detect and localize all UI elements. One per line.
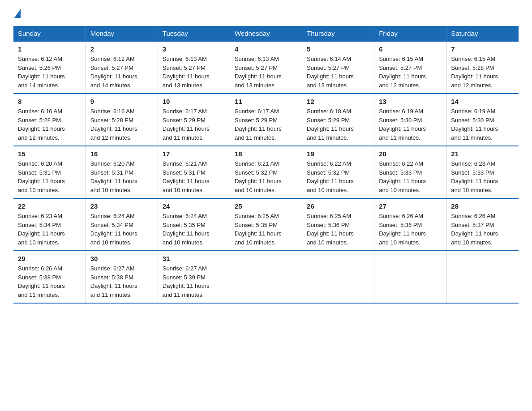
day-number: 23 [90,202,153,210]
day-number: 4 [235,45,297,53]
calendar-cell: 1Sunrise: 6:12 AMSunset: 5:26 PMDaylight… [13,41,86,94]
calendar-cell: 3Sunrise: 6:13 AMSunset: 5:27 PMDaylight… [158,41,230,94]
day-number: 29 [18,255,81,262]
calendar-cell: 20Sunrise: 6:22 AMSunset: 5:33 PMDayligh… [374,146,446,198]
calendar-cell: 6Sunrise: 6:15 AMSunset: 5:27 PMDaylight… [374,41,446,94]
calendar-cell: 7Sunrise: 6:15 AMSunset: 5:28 PMDaylight… [446,41,519,94]
calendar-week-3: 15Sunrise: 6:20 AMSunset: 5:31 PMDayligh… [13,146,519,198]
calendar-cell: 18Sunrise: 6:21 AMSunset: 5:32 PMDayligh… [230,146,302,198]
calendar-cell: 31Sunrise: 6:27 AMSunset: 5:39 PMDayligh… [158,251,230,303]
day-info: Sunrise: 6:12 AMSunset: 5:26 PMDaylight:… [18,55,81,90]
day-info: Sunrise: 6:15 AMSunset: 5:27 PMDaylight:… [379,55,442,90]
calendar-cell: 29Sunrise: 6:26 AMSunset: 5:38 PMDayligh… [13,251,86,303]
day-info: Sunrise: 6:17 AMSunset: 5:29 PMDaylight:… [235,107,297,142]
day-number: 6 [379,45,442,53]
calendar-cell [302,251,374,303]
column-header-monday: Monday [86,26,158,41]
calendar-cell: 16Sunrise: 6:20 AMSunset: 5:31 PMDayligh… [86,146,158,198]
day-info: Sunrise: 6:26 AMSunset: 5:36 PMDaylight:… [379,212,442,247]
day-number: 5 [307,45,369,53]
day-info: Sunrise: 6:19 AMSunset: 5:30 PMDaylight:… [451,107,514,142]
day-number: 1 [18,45,81,53]
day-number: 28 [451,202,514,210]
day-number: 27 [379,202,442,210]
day-info: Sunrise: 6:23 AMSunset: 5:33 PMDaylight:… [451,159,514,194]
day-number: 24 [163,202,225,210]
calendar-cell: 17Sunrise: 6:21 AMSunset: 5:31 PMDayligh… [158,146,230,198]
day-info: Sunrise: 6:23 AMSunset: 5:34 PMDaylight:… [18,212,81,247]
day-number: 3 [163,45,225,53]
calendar-cell: 8Sunrise: 6:16 AMSunset: 5:28 PMDaylight… [13,94,86,146]
calendar-week-1: 1Sunrise: 6:12 AMSunset: 5:26 PMDaylight… [13,41,519,94]
day-info: Sunrise: 6:16 AMSunset: 5:28 PMDaylight:… [18,107,81,142]
calendar-week-2: 8Sunrise: 6:16 AMSunset: 5:28 PMDaylight… [13,94,519,146]
day-info: Sunrise: 6:27 AMSunset: 5:39 PMDaylight:… [163,264,225,299]
calendar-cell: 4Sunrise: 6:13 AMSunset: 5:27 PMDaylight… [230,41,302,94]
day-info: Sunrise: 6:12 AMSunset: 5:27 PMDaylight:… [90,55,153,90]
day-number: 2 [90,45,153,53]
day-info: Sunrise: 6:27 AMSunset: 5:38 PMDaylight:… [90,264,153,299]
day-info: Sunrise: 6:15 AMSunset: 5:28 PMDaylight:… [451,55,514,90]
page-header [13,9,519,18]
day-number: 30 [90,255,153,262]
column-header-thursday: Thursday [302,26,374,41]
day-number: 26 [307,202,369,210]
day-number: 22 [18,202,81,210]
calendar-cell: 26Sunrise: 6:25 AMSunset: 5:36 PMDayligh… [302,198,374,251]
day-info: Sunrise: 6:26 AMSunset: 5:38 PMDaylight:… [18,264,81,299]
day-info: Sunrise: 6:21 AMSunset: 5:31 PMDaylight:… [163,159,225,194]
day-number: 14 [451,98,514,105]
day-info: Sunrise: 6:16 AMSunset: 5:28 PMDaylight:… [90,107,153,142]
column-header-wednesday: Wednesday [230,26,302,41]
day-number: 13 [379,98,442,105]
calendar-cell [230,251,302,303]
column-header-tuesday: Tuesday [158,26,230,41]
calendar-cell [446,251,519,303]
day-info: Sunrise: 6:21 AMSunset: 5:32 PMDaylight:… [235,159,297,194]
day-info: Sunrise: 6:14 AMSunset: 5:27 PMDaylight:… [307,55,369,90]
calendar-header-row: SundayMondayTuesdayWednesdayThursdayFrid… [13,26,519,41]
calendar-cell: 10Sunrise: 6:17 AMSunset: 5:29 PMDayligh… [158,94,230,146]
calendar-cell: 27Sunrise: 6:26 AMSunset: 5:36 PMDayligh… [374,198,446,251]
day-info: Sunrise: 6:24 AMSunset: 5:34 PMDaylight:… [90,212,153,247]
calendar-cell: 30Sunrise: 6:27 AMSunset: 5:38 PMDayligh… [86,251,158,303]
calendar-cell: 25Sunrise: 6:25 AMSunset: 5:35 PMDayligh… [230,198,302,251]
day-number: 11 [235,98,297,105]
calendar-cell: 28Sunrise: 6:26 AMSunset: 5:37 PMDayligh… [446,198,519,251]
column-header-sunday: Sunday [13,26,86,41]
calendar-cell: 21Sunrise: 6:23 AMSunset: 5:33 PMDayligh… [446,146,519,198]
day-number: 7 [451,45,514,53]
logo-triangle-icon [14,9,21,18]
day-number: 18 [235,150,297,158]
day-info: Sunrise: 6:25 AMSunset: 5:35 PMDaylight:… [235,212,297,247]
day-info: Sunrise: 6:18 AMSunset: 5:29 PMDaylight:… [307,107,369,142]
column-header-friday: Friday [374,26,446,41]
day-number: 16 [90,150,153,158]
calendar-cell [374,251,446,303]
calendar-cell: 23Sunrise: 6:24 AMSunset: 5:34 PMDayligh… [86,198,158,251]
day-number: 12 [307,98,369,105]
day-number: 25 [235,202,297,210]
day-number: 10 [163,98,225,105]
day-info: Sunrise: 6:20 AMSunset: 5:31 PMDaylight:… [90,159,153,194]
calendar-cell: 24Sunrise: 6:24 AMSunset: 5:35 PMDayligh… [158,198,230,251]
day-number: 20 [379,150,442,158]
calendar-cell: 19Sunrise: 6:22 AMSunset: 5:32 PMDayligh… [302,146,374,198]
day-info: Sunrise: 6:26 AMSunset: 5:37 PMDaylight:… [451,212,514,247]
calendar-cell: 13Sunrise: 6:19 AMSunset: 5:30 PMDayligh… [374,94,446,146]
day-number: 21 [451,150,514,158]
day-number: 8 [18,98,81,105]
day-number: 31 [163,255,225,262]
calendar-week-5: 29Sunrise: 6:26 AMSunset: 5:38 PMDayligh… [13,251,519,303]
calendar-cell: 14Sunrise: 6:19 AMSunset: 5:30 PMDayligh… [446,94,519,146]
day-info: Sunrise: 6:20 AMSunset: 5:31 PMDaylight:… [18,159,81,194]
day-number: 19 [307,150,369,158]
column-header-saturday: Saturday [446,26,519,41]
calendar-table: SundayMondayTuesdayWednesdayThursdayFrid… [13,26,519,304]
calendar-cell: 2Sunrise: 6:12 AMSunset: 5:27 PMDaylight… [86,41,158,94]
calendar-cell: 12Sunrise: 6:18 AMSunset: 5:29 PMDayligh… [302,94,374,146]
day-info: Sunrise: 6:19 AMSunset: 5:30 PMDaylight:… [379,107,442,142]
day-info: Sunrise: 6:13 AMSunset: 5:27 PMDaylight:… [163,55,225,90]
day-info: Sunrise: 6:24 AMSunset: 5:35 PMDaylight:… [163,212,225,247]
calendar-cell: 9Sunrise: 6:16 AMSunset: 5:28 PMDaylight… [86,94,158,146]
